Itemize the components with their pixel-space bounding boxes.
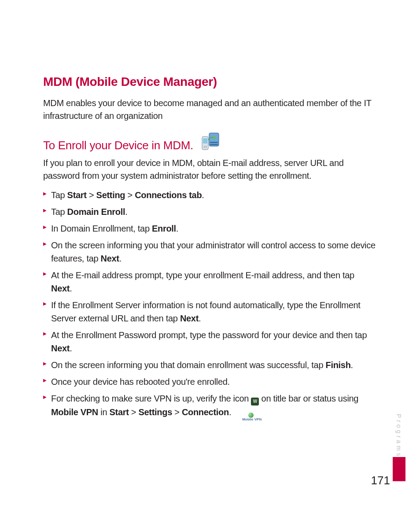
step-item-vpn: For checking to make sure VPN is up, ver… xyxy=(43,392,377,422)
step-item: In Domain Enrollment, tap Enroll. xyxy=(43,222,377,235)
step-item: At the Enrollment Password prompt, type … xyxy=(43,328,377,355)
vpn-status-icon: W xyxy=(251,398,259,405)
svg-rect-4 xyxy=(203,138,207,144)
svg-point-7 xyxy=(204,147,205,148)
mobile-vpn-icon: Mobile VPN xyxy=(240,416,263,422)
step-item: Once your device has rebooted you're enr… xyxy=(43,375,377,388)
step-item: Tap Start > Setting > Connections tab. xyxy=(43,188,377,202)
side-tab-marker xyxy=(393,457,405,481)
step-item: If the Enrollment Server information is … xyxy=(43,299,377,325)
intro-paragraph: MDM enables your device to become manage… xyxy=(43,97,377,122)
svg-point-8 xyxy=(206,147,206,148)
svg-point-5 xyxy=(204,146,205,147)
mdm-phone-server-icon xyxy=(198,132,221,152)
side-tab-label: Programs xyxy=(395,414,402,458)
svg-point-9 xyxy=(213,136,216,139)
sub-body-paragraph: If you plan to enroll your device in MDM… xyxy=(43,157,377,182)
page-number: 171 xyxy=(371,474,390,487)
svg-rect-2 xyxy=(210,144,218,145)
svg-point-6 xyxy=(206,146,206,147)
section-heading: MDM (Mobile Device Manager) xyxy=(43,75,377,89)
subheading-row: To Enroll your Device in MDM. xyxy=(43,132,377,152)
svg-rect-1 xyxy=(210,142,218,143)
step-item: Tap Domain Enroll. xyxy=(43,205,377,218)
step-item: At the E-mail address prompt, type your … xyxy=(43,269,377,295)
page-content: MDM (Mobile Device Manager) MDM enables … xyxy=(0,0,420,422)
steps-list: Tap Start > Setting > Connections tab. T… xyxy=(43,188,377,422)
step-item: On the screen informing you that domain … xyxy=(43,358,377,372)
step-item: On the screen informing you that your ad… xyxy=(43,239,377,265)
sub-heading: To Enroll your Device in MDM. xyxy=(43,139,193,152)
